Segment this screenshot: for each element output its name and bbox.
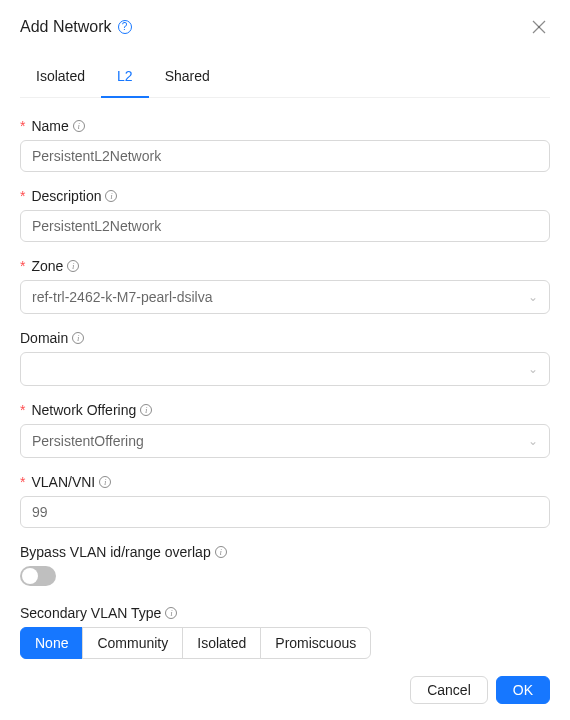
info-icon[interactable]: [67, 260, 79, 272]
vlan-vni-input[interactable]: [20, 496, 550, 528]
network-offering-select-value: PersistentOffering: [32, 433, 144, 449]
required-star: *: [20, 474, 25, 490]
domain-label-text: Domain: [20, 330, 68, 346]
tab-shared[interactable]: Shared: [149, 56, 226, 98]
bypass-overlap-label-text: Bypass VLAN id/range overlap: [20, 544, 211, 560]
network-offering-label: * Network Offering: [20, 402, 550, 418]
name-label-text: Name: [31, 118, 68, 134]
domain-select[interactable]: ⌄: [20, 352, 550, 386]
tab-isolated[interactable]: Isolated: [20, 56, 101, 98]
info-icon[interactable]: [215, 546, 227, 558]
zone-label-text: Zone: [31, 258, 63, 274]
chevron-down-icon: ⌄: [528, 362, 538, 376]
domain-label: Domain: [20, 330, 550, 346]
close-icon: [532, 20, 546, 34]
network-offering-select[interactable]: PersistentOffering ⌄: [20, 424, 550, 458]
field-zone: * Zone ref-trl-2462-k-M7-pearl-dsilva ⌄: [20, 258, 550, 314]
radio-community[interactable]: Community: [82, 627, 183, 659]
field-bypass-overlap: Bypass VLAN id/range overlap: [20, 544, 550, 589]
required-star: *: [20, 402, 25, 418]
add-network-dialog: Add Network Isolated L2 Shared * Name *: [0, 0, 570, 720]
field-name: * Name: [20, 118, 550, 172]
field-secondary-vlan-type: Secondary VLAN Type None Community Isola…: [20, 605, 550, 659]
secondary-vlan-type-label-text: Secondary VLAN Type: [20, 605, 161, 621]
bypass-overlap-label: Bypass VLAN id/range overlap: [20, 544, 550, 560]
secondary-vlan-type-label: Secondary VLAN Type: [20, 605, 550, 621]
bypass-overlap-toggle[interactable]: [20, 566, 56, 586]
radio-none[interactable]: None: [20, 627, 83, 659]
dialog-header: Add Network: [20, 16, 550, 38]
zone-select-value: ref-trl-2462-k-M7-pearl-dsilva: [32, 289, 213, 305]
tab-l2[interactable]: L2: [101, 56, 149, 98]
description-label-text: Description: [31, 188, 101, 204]
info-icon[interactable]: [105, 190, 117, 202]
info-icon[interactable]: [72, 332, 84, 344]
radio-isolated[interactable]: Isolated: [182, 627, 261, 659]
cancel-button[interactable]: Cancel: [410, 676, 488, 704]
chevron-down-icon: ⌄: [528, 290, 538, 304]
info-icon[interactable]: [73, 120, 85, 132]
zone-select[interactable]: ref-trl-2462-k-M7-pearl-dsilva ⌄: [20, 280, 550, 314]
secondary-vlan-type-radio-group: None Community Isolated Promiscuous: [20, 627, 550, 659]
help-icon[interactable]: [118, 20, 132, 34]
close-button[interactable]: [528, 16, 550, 38]
field-vlan-vni: * VLAN/VNI: [20, 474, 550, 528]
name-label: * Name: [20, 118, 550, 134]
ok-button[interactable]: OK: [496, 676, 550, 704]
required-star: *: [20, 188, 25, 204]
form-content: * Name * Description * Zone ref-trl-2462…: [20, 118, 550, 660]
dialog-title: Add Network: [20, 18, 132, 36]
dialog-title-text: Add Network: [20, 18, 112, 36]
field-domain: Domain ⌄: [20, 330, 550, 386]
field-network-offering: * Network Offering PersistentOffering ⌄: [20, 402, 550, 458]
required-star: *: [20, 118, 25, 134]
zone-label: * Zone: [20, 258, 550, 274]
name-input[interactable]: [20, 140, 550, 172]
field-description: * Description: [20, 188, 550, 242]
info-icon[interactable]: [165, 607, 177, 619]
info-icon[interactable]: [99, 476, 111, 488]
tabs: Isolated L2 Shared: [20, 56, 550, 98]
dialog-footer: Cancel OK: [20, 660, 550, 704]
required-star: *: [20, 258, 25, 274]
description-label: * Description: [20, 188, 550, 204]
info-icon[interactable]: [140, 404, 152, 416]
vlan-vni-label: * VLAN/VNI: [20, 474, 550, 490]
network-offering-label-text: Network Offering: [31, 402, 136, 418]
vlan-vni-label-text: VLAN/VNI: [31, 474, 95, 490]
chevron-down-icon: ⌄: [528, 434, 538, 448]
description-input[interactable]: [20, 210, 550, 242]
radio-promiscuous[interactable]: Promiscuous: [260, 627, 371, 659]
